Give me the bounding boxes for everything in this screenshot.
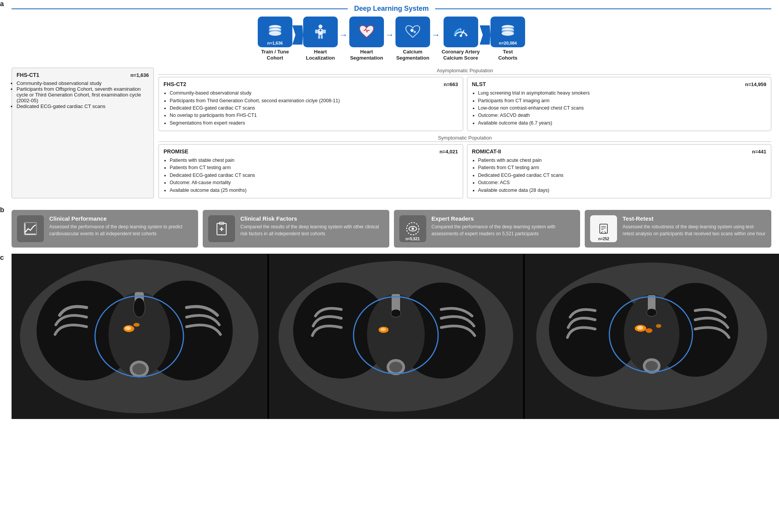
- nlst-b4: Available outcome data (6.7 years): [478, 120, 767, 127]
- svg-rect-25: [24, 223, 37, 235]
- gauge-icon: [452, 23, 469, 40]
- section-a-label: a: [0, 0, 4, 8]
- pipeline-step-test: n=20,084 TestCohorts: [490, 17, 525, 61]
- svg-point-24: [502, 31, 514, 36]
- test-retest-title: Test-Retest: [622, 215, 766, 222]
- pipeline-step-segmentation: HeartSegmentation: [349, 17, 384, 61]
- test-retest-icon: n=252: [590, 215, 617, 242]
- test-n-label: n=20,084: [499, 41, 517, 45]
- calcium-icon-box: [395, 17, 430, 47]
- svg-point-49: [125, 326, 131, 330]
- nlst-bullets: Lung screening trial in asymptomatic hea…: [472, 90, 767, 127]
- dls-title: Deep Learning System: [348, 5, 435, 13]
- clinical-risk-factors-desc: Compared the results of the deep learnin…: [240, 223, 384, 237]
- svg-point-2: [269, 31, 281, 36]
- dls-line-right: [435, 8, 771, 9]
- svg-point-58: [389, 362, 402, 372]
- fhs-ct1-bullet-2: Dedicated ECG-gated cardiac CT scans: [17, 103, 149, 109]
- clinical-risk-factors-card: Clinical Risk Factors Compared the resul…: [203, 210, 389, 248]
- svg-rect-8: [323, 30, 326, 33]
- nlst-b2: Low-dose non contrast-enhanced chest CT …: [478, 105, 767, 112]
- expert-readers-card: n=5,521 Expert Readers Compared the perf…: [394, 210, 580, 248]
- fhs-ct1-bullets: Community-based observational study Part…: [17, 80, 149, 109]
- promise-b1: Patients from CT testing arm: [170, 164, 458, 171]
- fhs-ct1-bullet-1: Participants from Offspring Cohort, seve…: [17, 86, 149, 103]
- nlst-title: NLST: [472, 81, 486, 87]
- pipeline-step-localization: HeartLocalization: [303, 17, 338, 61]
- asymptomatic-label: Asymptomatic Population: [158, 68, 771, 75]
- svg-point-5: [319, 25, 322, 28]
- promise-bullets: Patients with stable chest pain Patients…: [163, 157, 458, 194]
- nlst-b1: Participants from CT imaging arm: [478, 97, 767, 105]
- pipeline: n=1,636 Train / TuneCohort: [12, 17, 771, 61]
- asymptomatic-grid: FHS-CT2 n=663 Community-based observatio…: [158, 77, 771, 131]
- promise-title: PROMISE: [163, 148, 188, 155]
- clinical-performance-desc: Assessed the performance of the deep lea…: [49, 223, 193, 237]
- romicat-b2: Dedicated ECG-gated cardiac CT scans: [478, 172, 767, 179]
- train-icon-box: n=1,636: [258, 17, 292, 47]
- fhs-ct1-box: FHS-CT1 n=1,636 Community-based observat…: [12, 68, 154, 198]
- ct-scan-2: [267, 254, 523, 419]
- localization-label: HeartLocalization: [306, 49, 335, 61]
- section-b-grid: Clinical Performance Assessed the perfor…: [12, 210, 771, 248]
- train-label: Train / TuneCohort: [261, 49, 289, 61]
- romicat-bullets: Patients with acute chest pain Patients …: [472, 157, 767, 194]
- fhs-ct2-b4: Segmentations from expert readers: [170, 120, 458, 127]
- svg-rect-10: [321, 35, 323, 39]
- fhs-ct1-n: n=1,636: [130, 72, 149, 78]
- asymptomatic-section: Asymptomatic Population FHS-CT2 n=663 Co…: [158, 68, 771, 131]
- train-n-label: n=1,636: [267, 41, 283, 45]
- clinical-risk-factors-icon: [208, 215, 235, 242]
- expert-readers-desc: Compared the performance of the deep lea…: [432, 223, 575, 237]
- svg-point-13: [410, 29, 414, 32]
- pipeline-step-train: n=1,636 Train / TuneCohort: [258, 17, 292, 61]
- cacs-label: Coronary ArteryCalcium Score: [442, 49, 480, 61]
- cohort-left: FHS-CT1 n=1,636 Community-based observat…: [12, 68, 154, 198]
- fhs-ct2-b3: No overlap to participants from FHS-CT1: [170, 112, 458, 119]
- svg-point-63: [391, 309, 401, 317]
- section-b-label: b: [0, 206, 4, 214]
- promise-b2: Dedicated ECG-gated cardiac CT scans: [170, 172, 458, 179]
- fhs-ct2-b2: Dedicated ECG-gated cardiac CT scans: [170, 105, 458, 112]
- section-b: b Clinical Performance Assessed the perf…: [0, 206, 779, 251]
- database-icon: [267, 23, 284, 40]
- fhs-ct2-n: n=663: [444, 81, 458, 87]
- svg-point-34: [412, 228, 414, 230]
- svg-point-70: [646, 361, 658, 371]
- expert-readers-content: Expert Readers Compared the performance …: [432, 215, 575, 237]
- svg-point-51: [133, 298, 145, 317]
- section-c-wrapper: c: [0, 254, 779, 419]
- database-test-icon: [499, 23, 516, 40]
- fhs-ct2-box: FHS-CT2 n=663 Community-based observatio…: [158, 77, 463, 131]
- calcium-label: CalciumSegmentation: [396, 49, 429, 61]
- body-icon: [312, 23, 329, 40]
- fhs-ct1-title: FHS-CT1: [17, 72, 39, 78]
- arrow-3: →: [384, 30, 395, 48]
- clinical-performance-title: Clinical Performance: [49, 215, 193, 222]
- romicat-title: ROMICAT-II: [472, 148, 501, 155]
- arrow-2: →: [338, 30, 349, 48]
- svg-point-16: [460, 35, 462, 37]
- nlst-b0: Lung screening trial in asymptomatic hea…: [478, 90, 767, 97]
- heart-calcium-icon: [404, 23, 421, 40]
- romicat-b4: Available outcome data (28 days): [478, 187, 767, 194]
- nlst-n: n=14,959: [745, 81, 766, 87]
- fhs-ct2-bullets: Community-based observational study Part…: [163, 90, 458, 127]
- test-retest-desc: Assessed the robustness of the deep lear…: [622, 223, 766, 237]
- fhs-ct2-title: FHS-CT2: [163, 81, 186, 87]
- promise-n: n=4,021: [439, 149, 458, 155]
- cohort-area: FHS-CT1 n=1,636 Community-based observat…: [12, 68, 771, 198]
- svg-rect-9: [318, 35, 320, 39]
- romicat-n: n=441: [752, 149, 766, 155]
- nlst-box: NLST n=14,959 Lung screening trial in as…: [467, 77, 772, 131]
- promise-b4: Available outcome data (25 months): [170, 187, 458, 194]
- chevron-2: [480, 27, 490, 50]
- romicat-b1: Patients from CT testing arm: [478, 164, 767, 171]
- segmentation-label: HeartSegmentation: [350, 49, 383, 61]
- cacs-icon-box: [444, 17, 478, 47]
- heart-icon: [358, 23, 375, 40]
- test-retest-content: Test-Retest Assessed the robustness of t…: [622, 215, 766, 237]
- dls-header: Deep Learning System: [12, 5, 771, 13]
- svg-point-62: [380, 328, 386, 331]
- pipeline-step-calcium: CalciumSegmentation: [395, 17, 430, 61]
